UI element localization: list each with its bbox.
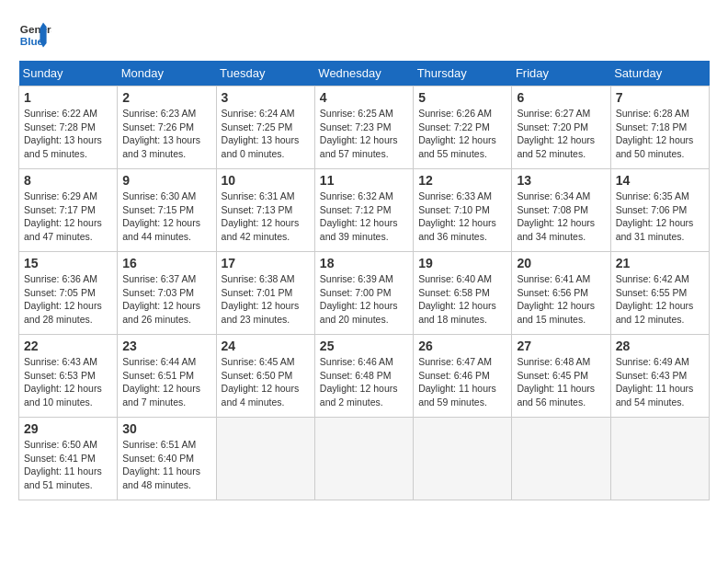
day-info: Sunrise: 6:23 AM Sunset: 7:26 PM Dayligh… [122, 107, 210, 161]
calendar-cell: 23Sunrise: 6:44 AM Sunset: 6:51 PM Dayli… [118, 335, 216, 418]
day-number: 27 [517, 339, 605, 353]
day-info: Sunrise: 6:32 AM Sunset: 7:12 PM Dayligh… [320, 190, 408, 244]
day-info: Sunrise: 6:30 AM Sunset: 7:15 PM Dayligh… [122, 190, 210, 244]
calendar-cell: 20Sunrise: 6:41 AM Sunset: 6:56 PM Dayli… [512, 252, 610, 335]
header-wednesday: Wednesday [314, 61, 413, 86]
day-number: 2 [122, 90, 210, 105]
day-info: Sunrise: 6:35 AM Sunset: 7:06 PM Dayligh… [616, 190, 704, 244]
calendar-cell: 9Sunrise: 6:30 AM Sunset: 7:15 PM Daylig… [118, 169, 216, 252]
header-row: SundayMondayTuesdayWednesdayThursdayFrid… [19, 61, 710, 86]
day-number: 13 [517, 173, 605, 188]
day-number: 21 [616, 256, 704, 270]
calendar-cell: 26Sunrise: 6:47 AM Sunset: 6:46 PM Dayli… [414, 335, 512, 418]
day-info: Sunrise: 6:34 AM Sunset: 7:08 PM Dayligh… [517, 190, 605, 244]
day-number: 4 [320, 90, 408, 105]
day-number: 30 [122, 421, 210, 436]
header-sunday: Sunday [19, 61, 118, 86]
calendar-cell [414, 418, 512, 500]
day-number: 20 [517, 256, 605, 270]
header-friday: Friday [512, 61, 610, 86]
day-info: Sunrise: 6:24 AM Sunset: 7:25 PM Dayligh… [222, 107, 310, 161]
logo-icon: General Blue [18, 18, 51, 52]
day-number: 25 [320, 339, 408, 353]
svg-text:General: General [20, 23, 51, 35]
day-number: 29 [24, 421, 112, 436]
day-info: Sunrise: 6:33 AM Sunset: 7:10 PM Dayligh… [418, 190, 506, 244]
day-info: Sunrise: 6:22 AM Sunset: 7:28 PM Dayligh… [24, 107, 112, 161]
calendar-cell: 3Sunrise: 6:24 AM Sunset: 7:25 PM Daylig… [216, 86, 314, 169]
day-number: 11 [320, 173, 408, 188]
calendar-cell: 17Sunrise: 6:38 AM Sunset: 7:01 PM Dayli… [216, 252, 314, 335]
week-row-5: 29Sunrise: 6:50 AM Sunset: 6:41 PM Dayli… [19, 418, 710, 500]
header-tuesday: Tuesday [216, 61, 314, 86]
day-number: 5 [418, 90, 506, 105]
calendar-cell: 10Sunrise: 6:31 AM Sunset: 7:13 PM Dayli… [216, 169, 314, 252]
calendar-cell: 18Sunrise: 6:39 AM Sunset: 7:00 PM Dayli… [314, 252, 413, 335]
day-number: 14 [616, 173, 704, 188]
day-number: 17 [222, 256, 310, 270]
calendar-cell: 16Sunrise: 6:37 AM Sunset: 7:03 PM Dayli… [118, 252, 216, 335]
calendar-cell: 22Sunrise: 6:43 AM Sunset: 6:53 PM Dayli… [19, 335, 118, 418]
calendar-cell: 5Sunrise: 6:26 AM Sunset: 7:22 PM Daylig… [414, 86, 512, 169]
calendar-cell: 30Sunrise: 6:51 AM Sunset: 6:40 PM Dayli… [118, 418, 216, 500]
calendar-cell: 8Sunrise: 6:29 AM Sunset: 7:17 PM Daylig… [19, 169, 118, 252]
calendar-cell [216, 418, 314, 500]
calendar-cell: 21Sunrise: 6:42 AM Sunset: 6:55 PM Dayli… [610, 252, 709, 335]
header-saturday: Saturday [610, 61, 709, 86]
day-number: 22 [24, 339, 112, 353]
day-info: Sunrise: 6:38 AM Sunset: 7:01 PM Dayligh… [222, 272, 310, 327]
header-thursday: Thursday [414, 61, 512, 86]
day-info: Sunrise: 6:25 AM Sunset: 7:23 PM Dayligh… [320, 107, 408, 161]
day-number: 24 [222, 339, 310, 353]
day-number: 19 [418, 256, 506, 270]
day-info: Sunrise: 6:29 AM Sunset: 7:17 PM Dayligh… [24, 190, 112, 244]
day-number: 26 [418, 339, 506, 353]
week-row-4: 22Sunrise: 6:43 AM Sunset: 6:53 PM Dayli… [19, 335, 710, 418]
calendar-cell: 28Sunrise: 6:49 AM Sunset: 6:43 PM Dayli… [610, 335, 709, 418]
day-number: 8 [24, 173, 112, 188]
day-info: Sunrise: 6:50 AM Sunset: 6:41 PM Dayligh… [24, 438, 112, 492]
day-info: Sunrise: 6:49 AM Sunset: 6:43 PM Dayligh… [616, 355, 704, 409]
header-monday: Monday [118, 61, 216, 86]
day-info: Sunrise: 6:46 AM Sunset: 6:48 PM Dayligh… [320, 355, 408, 409]
day-info: Sunrise: 6:39 AM Sunset: 7:00 PM Dayligh… [320, 272, 408, 327]
page-header: General Blue [18, 18, 710, 52]
week-row-3: 15Sunrise: 6:36 AM Sunset: 7:05 PM Dayli… [19, 252, 710, 335]
day-info: Sunrise: 6:31 AM Sunset: 7:13 PM Dayligh… [222, 190, 310, 244]
day-info: Sunrise: 6:44 AM Sunset: 6:51 PM Dayligh… [122, 355, 210, 409]
calendar-cell: 14Sunrise: 6:35 AM Sunset: 7:06 PM Dayli… [610, 169, 709, 252]
calendar-cell: 25Sunrise: 6:46 AM Sunset: 6:48 PM Dayli… [314, 335, 413, 418]
day-info: Sunrise: 6:48 AM Sunset: 6:45 PM Dayligh… [517, 355, 605, 409]
day-info: Sunrise: 6:42 AM Sunset: 6:55 PM Dayligh… [616, 272, 704, 327]
day-number: 1 [24, 90, 112, 105]
day-info: Sunrise: 6:27 AM Sunset: 7:20 PM Dayligh… [517, 107, 605, 161]
day-info: Sunrise: 6:51 AM Sunset: 6:40 PM Dayligh… [122, 438, 210, 492]
day-number: 10 [222, 173, 310, 188]
calendar-cell: 29Sunrise: 6:50 AM Sunset: 6:41 PM Dayli… [19, 418, 118, 500]
week-row-2: 8Sunrise: 6:29 AM Sunset: 7:17 PM Daylig… [19, 169, 710, 252]
day-info: Sunrise: 6:45 AM Sunset: 6:50 PM Dayligh… [222, 355, 310, 409]
day-number: 9 [122, 173, 210, 188]
day-number: 6 [517, 90, 605, 105]
day-number: 28 [616, 339, 704, 353]
calendar-table: SundayMondayTuesdayWednesdayThursdayFrid… [18, 61, 710, 500]
day-info: Sunrise: 6:41 AM Sunset: 6:56 PM Dayligh… [517, 272, 605, 327]
day-number: 23 [122, 339, 210, 353]
calendar-cell: 24Sunrise: 6:45 AM Sunset: 6:50 PM Dayli… [216, 335, 314, 418]
calendar-cell [512, 418, 610, 500]
day-number: 18 [320, 256, 408, 270]
calendar-cell [610, 418, 709, 500]
calendar-cell: 13Sunrise: 6:34 AM Sunset: 7:08 PM Dayli… [512, 169, 610, 252]
day-number: 7 [616, 90, 704, 105]
day-number: 16 [122, 256, 210, 270]
calendar-cell: 12Sunrise: 6:33 AM Sunset: 7:10 PM Dayli… [414, 169, 512, 252]
day-info: Sunrise: 6:40 AM Sunset: 6:58 PM Dayligh… [418, 272, 506, 327]
logo: General Blue [18, 18, 55, 52]
calendar-cell: 11Sunrise: 6:32 AM Sunset: 7:12 PM Dayli… [314, 169, 413, 252]
day-info: Sunrise: 6:28 AM Sunset: 7:18 PM Dayligh… [616, 107, 704, 161]
calendar-cell: 7Sunrise: 6:28 AM Sunset: 7:18 PM Daylig… [610, 86, 709, 169]
calendar-cell: 6Sunrise: 6:27 AM Sunset: 7:20 PM Daylig… [512, 86, 610, 169]
day-info: Sunrise: 6:47 AM Sunset: 6:46 PM Dayligh… [418, 355, 506, 409]
day-info: Sunrise: 6:43 AM Sunset: 6:53 PM Dayligh… [24, 355, 112, 409]
calendar-cell: 19Sunrise: 6:40 AM Sunset: 6:58 PM Dayli… [414, 252, 512, 335]
